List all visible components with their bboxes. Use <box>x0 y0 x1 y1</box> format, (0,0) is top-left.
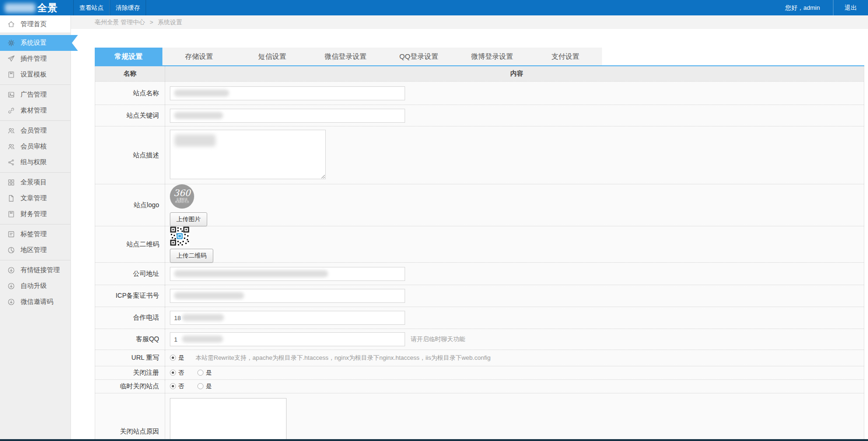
share-icon <box>7 158 15 167</box>
bottom-window-edge <box>0 439 868 441</box>
view-site-button[interactable]: 查看站点 <box>73 0 110 15</box>
tab-storage-settings[interactable]: 存储设置 <box>162 48 236 65</box>
sidebar-item-member-review[interactable]: 会员审核 <box>0 139 70 154</box>
picture-icon <box>7 91 15 99</box>
logo-text: 全景 <box>37 1 58 14</box>
clear-cache-button[interactable]: 清除缓存 <box>110 0 146 15</box>
icp-number-input[interactable] <box>170 289 405 303</box>
circle-down-icon <box>7 282 15 290</box>
paper-plane-icon <box>7 55 15 63</box>
sidebar-item-tags[interactable]: 标签管理 <box>0 226 70 242</box>
logo-redacted-blur <box>5 3 35 13</box>
sidebar-item-friend-links[interactable]: 有情链接管理 <box>0 262 70 278</box>
tab-sms-settings[interactable]: 短信设置 <box>236 48 309 65</box>
sidebar-item-admin-home[interactable]: 管理首页 <box>0 15 70 33</box>
sidebar-item-ads[interactable]: 广告管理 <box>0 87 70 103</box>
table-row-service-qq: 客服QQ 请开启临时聊天功能 <box>95 329 864 350</box>
settings-tabs: 常规设置 存储设置 短信设置 微信登录设置 QQ登录设置 微博登录设置 支付设置 <box>95 48 864 66</box>
sidebar-item-members[interactable]: 会员管理 <box>0 123 70 139</box>
sidebar-item-panorama-projects[interactable]: 全景项目 <box>0 175 70 190</box>
tab-general-settings[interactable]: 常规设置 <box>95 48 162 65</box>
tab-qq-login-settings[interactable]: QQ登录设置 <box>382 48 455 65</box>
breadcrumb-root[interactable]: 亳州全景 管理中心 <box>95 18 145 27</box>
upload-qrcode-button[interactable]: 上传二维码 <box>170 249 213 263</box>
circle-down-icon <box>7 266 15 274</box>
list-icon <box>7 230 15 238</box>
home-icon <box>7 20 15 28</box>
sidebar-item-wechat-invite[interactable]: 微信邀请码 <box>0 294 70 310</box>
tab-weibo-login-settings[interactable]: 微博登录设置 <box>455 48 529 65</box>
header-content: 内容 <box>165 66 864 81</box>
breadcrumb-current: 系统设置 <box>158 18 182 27</box>
qr-code-image <box>170 226 189 246</box>
sidebar-item-templates[interactable]: 设置模板 <box>0 67 70 83</box>
breadcrumb: 亳州全景 管理中心 > 系统设置 <box>71 15 868 29</box>
table-row-site-keywords: 站点关键词 <box>95 105 864 126</box>
sidebar-item-groups-permissions[interactable]: 组与权限 <box>0 154 70 170</box>
site-description-textarea[interactable] <box>170 130 326 179</box>
table-row-close-registration: 关闭注册 否 是 <box>95 366 864 379</box>
user-greeting: 您好，admin <box>772 0 833 15</box>
sidebar-item-regions[interactable]: 地区管理 <box>0 242 70 258</box>
url-rewrite-yes-radio[interactable] <box>170 355 176 361</box>
close-registration-yes-radio[interactable] <box>197 370 203 376</box>
tab-payment-settings[interactable]: 支付设置 <box>529 48 602 65</box>
sidebar-item-finance[interactable]: 财务管理 <box>0 206 70 222</box>
link-icon <box>7 106 15 115</box>
sidebar-item-materials[interactable]: 素材管理 <box>0 103 70 119</box>
table-row-company-address: 公司地址 <box>95 262 864 285</box>
table-row-temp-close-site: 临时关闭站点 否 是 <box>95 379 864 393</box>
close-registration-no-radio[interactable] <box>170 370 176 376</box>
table-row-url-rewrite: URL 重写 是 本站需Rewrite支持，apache为根目录下.htacce… <box>95 350 864 366</box>
sidebar-item-articles[interactable]: 文章管理 <box>0 190 70 206</box>
sidebar-item-system-settings[interactable]: 系统设置 <box>0 35 78 51</box>
temp-close-yes-radio[interactable] <box>197 383 203 389</box>
breadcrumb-separator: > <box>150 19 154 26</box>
url-rewrite-hint: 本站需Rewrite支持，apache为根目录下.htaccess，nginx为… <box>196 354 490 362</box>
table-row-contact-phone: 合作电话 <box>95 307 864 329</box>
service-qq-input[interactable] <box>170 332 405 346</box>
service-qq-hint: 请开启临时聊天功能 <box>411 335 465 343</box>
logout-button[interactable]: 退出 <box>833 0 868 15</box>
topbar: 全景 查看站点 清除缓存 您好，admin 退出 <box>0 0 868 15</box>
sidebar-item-auto-upgrade[interactable]: 自动升级 <box>0 278 70 294</box>
site-keywords-input[interactable] <box>170 109 405 123</box>
sidebar-item-plugins[interactable]: 插件管理 <box>0 51 70 67</box>
temp-close-no-radio[interactable] <box>170 383 176 389</box>
users-icon <box>7 126 15 135</box>
contact-phone-input[interactable] <box>170 311 405 325</box>
company-address-input[interactable] <box>170 267 405 281</box>
template-book-icon <box>7 70 15 79</box>
circle-down-icon <box>7 298 15 306</box>
app-logo: 全景 <box>0 0 71 15</box>
site-logo-preview: 360 全景好店 发现美好生活 <box>170 184 194 209</box>
users-icon <box>7 142 15 151</box>
sidebar: 管理首页 系统设置 插件管理 设置模板 广告管理 <box>0 15 71 441</box>
table-row-site-logo: 站点logo 360 全景好店 发现美好生活 上传图片 <box>95 184 864 226</box>
table-row-site-qrcode: 站点二维码 <box>95 226 864 262</box>
header-name: 名称 <box>95 66 165 81</box>
close-site-reason-textarea[interactable] <box>170 398 287 441</box>
table-row-close-site-reason: 关闭站点原因 <box>95 393 864 441</box>
table-header-row: 名称 内容 <box>95 66 864 81</box>
table-row-site-name: 站点名称 <box>95 81 864 105</box>
pie-chart-icon <box>7 246 15 254</box>
table-row-site-description: 站点描述 <box>95 126 864 184</box>
book-icon <box>7 210 15 218</box>
site-name-input[interactable] <box>170 86 405 100</box>
main-content: 亳州全景 管理中心 > 系统设置 常规设置 存储设置 短信设置 微信登录设置 Q… <box>71 15 868 441</box>
table-row-icp-number: ICP备案证书号 <box>95 285 864 307</box>
file-icon <box>7 194 15 203</box>
tab-wechat-login-settings[interactable]: 微信登录设置 <box>309 48 382 65</box>
grid-icon <box>7 178 15 187</box>
settings-table: 名称 内容 站点名称 站点关键词 <box>95 66 864 441</box>
gear-icon <box>7 39 15 47</box>
